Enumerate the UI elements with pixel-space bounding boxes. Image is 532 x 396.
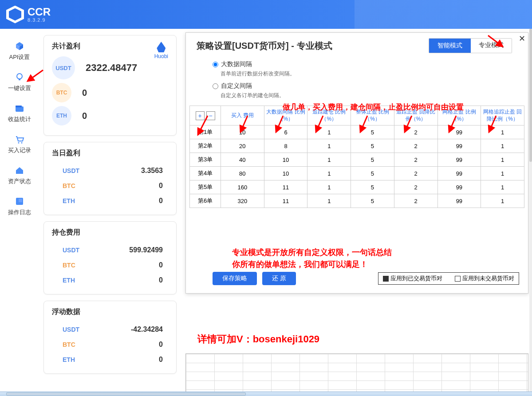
table-cell[interactable]: 2 — [394, 167, 437, 180]
sidebar-item-buylog[interactable]: 买入记录 — [0, 131, 39, 157]
svg-point-7 — [18, 142, 20, 144]
add-remove-cell: +− — [190, 106, 221, 125]
list-icon — [14, 196, 25, 207]
sidebar-item-log[interactable]: 操作日志 — [0, 193, 39, 220]
table-cell[interactable]: 8 — [264, 139, 307, 153]
remove-row-button[interactable]: − — [206, 111, 215, 120]
table-cell[interactable]: 5 — [351, 139, 394, 153]
table-cell[interactable]: 2 — [394, 194, 437, 208]
row-label: 第1单 — [190, 125, 221, 139]
add-row-button[interactable]: + — [196, 111, 205, 120]
table-cell[interactable]: 160 — [221, 180, 264, 194]
table-cell[interactable]: 1 — [481, 167, 524, 180]
table-cell[interactable]: 1 — [307, 194, 351, 208]
table-cell[interactable]: 1 — [481, 125, 524, 139]
table-cell[interactable]: 1 — [481, 194, 524, 208]
coin-label: BTC — [63, 182, 75, 189]
col-header: 追踪止盈 回降比例（%） — [394, 106, 437, 125]
row-label: 第4单 — [190, 167, 221, 180]
table-cell[interactable]: 99 — [437, 125, 481, 139]
apply-traded-checkbox[interactable]: 应用到已交易货币对 — [383, 274, 442, 282]
table-cell[interactable]: 20 — [221, 139, 264, 153]
strategy-dialog: ✕ 策略设置[USDT货币对] - 专业模式 智能模式 专业模式 大数据间隔 首… — [185, 32, 528, 294]
close-icon[interactable]: ✕ — [519, 34, 525, 43]
app-header: CCR 8.3.2.9 — [0, 0, 532, 29]
table-cell[interactable]: 99 — [437, 153, 481, 167]
table-cell[interactable]: 1 — [307, 153, 351, 167]
table-cell[interactable]: 40 — [221, 153, 264, 167]
coin-label: USDT — [63, 326, 79, 333]
table-cell[interactable]: 1 — [307, 125, 351, 139]
coin-label: ETH — [63, 277, 75, 284]
scrollbar[interactable] — [529, 29, 532, 392]
coin-label: BTC — [63, 262, 75, 269]
table-cell[interactable]: 99 — [437, 194, 481, 208]
spreadsheet-grid[interactable] — [185, 353, 528, 396]
table-cell[interactable]: 5 — [351, 153, 394, 167]
sidebar-item-api[interactable]: API设置 — [0, 38, 39, 64]
coin-label: ETH — [63, 197, 75, 204]
table-cell[interactable]: 1 — [481, 139, 524, 153]
tab-pro-mode[interactable]: 专业模式 — [471, 39, 512, 53]
value: 599.92499 — [129, 246, 163, 254]
table-cell[interactable]: 5 — [351, 180, 394, 194]
app-name: CCR — [28, 7, 51, 17]
sidebar-item-asset[interactable]: 资产状态 — [0, 162, 39, 188]
table-cell[interactable]: 1 — [481, 180, 524, 194]
table-cell[interactable]: 99 — [437, 180, 481, 194]
table-row: 第4单8010152991 — [190, 167, 524, 180]
table-cell[interactable]: 1 — [307, 139, 351, 153]
mode-tabs: 智能模式 专业模式 — [429, 38, 512, 53]
table-cell[interactable]: 10 — [221, 125, 264, 139]
table-cell[interactable]: 10 — [264, 167, 307, 180]
coin-label: USDT — [63, 167, 79, 174]
table-cell[interactable]: 11 — [264, 180, 307, 194]
radio-desc: 自定义各订单的建仓间隔。 — [221, 92, 510, 99]
coin-label: BTC — [63, 341, 75, 348]
row-label: 第2单 — [190, 139, 221, 153]
coin-badge-usdt: USDT — [52, 56, 75, 79]
svg-rect-6 — [16, 106, 22, 107]
table-cell[interactable]: 10 — [264, 153, 307, 167]
table-cell[interactable]: 11 — [264, 194, 307, 208]
table-cell[interactable]: 320 — [221, 194, 264, 208]
coin-label: USDT — [63, 247, 79, 254]
coin-label: ETH — [63, 356, 75, 363]
table-cell[interactable]: 99 — [437, 139, 481, 153]
sidebar-item-stats[interactable]: 收益统计 — [0, 100, 39, 126]
card-holding-cost: 持仓费用 USDT599.92499 BTC0 ETH0 — [43, 221, 177, 294]
table-cell[interactable]: 6 — [264, 125, 307, 139]
value: 0 — [159, 197, 163, 205]
table-cell[interactable]: 99 — [437, 167, 481, 180]
table-cell[interactable]: 1 — [307, 180, 351, 194]
table-cell[interactable]: 2 — [394, 180, 437, 194]
table-cell[interactable]: 5 — [351, 167, 394, 180]
app-logo-icon — [6, 6, 24, 24]
save-strategy-button[interactable]: 保存策略 — [213, 272, 257, 285]
huobi-icon — [157, 42, 166, 52]
cube-icon — [14, 41, 25, 51]
table-cell[interactable]: 5 — [351, 194, 394, 208]
card-total-profit: Huobi 共计盈利 USDT2322.48477 BTC0 ETH0 — [43, 35, 177, 136]
value: 0 — [159, 182, 163, 190]
tab-smart-mode[interactable]: 智能模式 — [429, 39, 471, 53]
value: 0 — [159, 341, 163, 349]
table-cell[interactable]: 2 — [394, 125, 437, 139]
table-row: 第2单208152991 — [190, 139, 524, 153]
scrollbar-thumb[interactable] — [6, 392, 246, 396]
table-cell[interactable]: 5 — [351, 125, 394, 139]
radio-bigdata-interval[interactable]: 大数据间隔 — [213, 60, 510, 68]
sidebar-item-onekey[interactable]: 一键设置 — [0, 69, 39, 95]
card-title: 持仓费用 — [52, 228, 168, 237]
restore-button[interactable]: 还 原 — [262, 272, 296, 285]
profit-value-btc: 0 — [82, 88, 87, 98]
radio-custom-interval[interactable]: 自定义间隔 — [213, 82, 510, 90]
table-cell[interactable]: 80 — [221, 167, 264, 180]
row-label: 第6单 — [190, 194, 221, 208]
table-cell[interactable]: 2 — [394, 153, 437, 167]
row-label: 第3单 — [190, 153, 221, 167]
table-cell[interactable]: 1 — [307, 167, 351, 180]
apply-untraded-checkbox[interactable]: 应用到未交易货币对 — [455, 274, 514, 282]
table-cell[interactable]: 2 — [394, 139, 437, 153]
table-cell[interactable]: 1 — [481, 153, 524, 167]
